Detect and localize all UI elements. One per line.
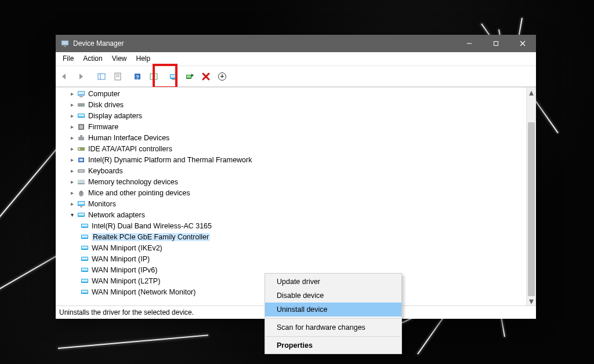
tree-category[interactable]: ▸ Firmware	[59, 121, 527, 132]
maximize-button[interactable]	[483, 35, 509, 52]
disable-device-button[interactable]	[198, 69, 213, 84]
scroll-thumb[interactable]	[528, 122, 535, 296]
uninstall-device-button[interactable]	[215, 69, 230, 84]
network-adapter-icon	[80, 232, 89, 242]
svg-rect-53	[82, 257, 88, 260]
tree-item[interactable]: WAN Miniport (IKEv2)	[59, 242, 527, 253]
svg-rect-47	[82, 224, 88, 227]
svg-rect-32	[78, 148, 80, 150]
chevron-right-icon[interactable]: ▸	[68, 134, 75, 141]
show-hide-tree-button[interactable]	[94, 69, 109, 84]
chevron-right-icon[interactable]: ▸	[68, 156, 75, 163]
chevron-right-icon[interactable]: ▸	[68, 112, 75, 119]
svg-rect-59	[82, 290, 88, 293]
menu-action[interactable]: Action	[78, 53, 107, 64]
help-button[interactable]: ?	[130, 69, 145, 84]
tree-category[interactable]: ▸ Memory technology devices	[59, 176, 527, 187]
menu-view[interactable]: View	[107, 53, 132, 64]
svg-rect-3	[494, 42, 498, 46]
tree-label: Monitors	[88, 200, 116, 208]
svg-rect-16	[172, 79, 175, 80]
chevron-right-icon[interactable]: ▸	[68, 123, 75, 130]
menu-help[interactable]: Help	[132, 53, 155, 64]
menu-file[interactable]: File	[58, 53, 78, 64]
chevron-right-icon[interactable]: ▸	[68, 145, 75, 152]
svg-point-24	[83, 104, 84, 105]
tree-label: Network adapters	[88, 211, 145, 219]
network-adapter-icon	[80, 265, 89, 275]
toolbar: ?	[56, 65, 536, 87]
svg-rect-15	[171, 75, 176, 78]
status-text: Uninstalls the driver for the selected d…	[59, 308, 194, 316]
svg-rect-42	[78, 202, 84, 205]
svg-rect-0	[61, 41, 68, 45]
tree-label: WAN Miniport (IPv6)	[92, 266, 157, 274]
back-button[interactable]	[57, 69, 72, 84]
update-driver-button[interactable]	[166, 69, 181, 84]
network-adapter-icon	[80, 243, 89, 253]
minimize-button[interactable]	[456, 35, 483, 52]
svg-rect-45	[78, 213, 84, 216]
keyboard-icon	[77, 166, 86, 176]
network-adapter-icon	[80, 287, 89, 297]
ctx-properties[interactable]: Properties	[265, 338, 401, 352]
tree-label: Intel(R) Dynamic Platform and Thermal Fr…	[88, 156, 252, 164]
svg-rect-28	[79, 125, 83, 129]
tree-label: Memory technology devices	[88, 178, 178, 186]
tree-label: IDE ATA/ATAPI controllers	[88, 145, 172, 153]
properties-button[interactable]	[110, 69, 125, 84]
tree-item-selected[interactable]: Realtek PCIe GbE Family Controller	[59, 231, 527, 242]
tree-label: Disk drives	[88, 101, 124, 109]
computer-icon	[77, 89, 86, 99]
svg-rect-38	[78, 183, 85, 184]
menu-bar: File Action View Help	[56, 52, 536, 65]
tree-category[interactable]: ▸ Monitors	[59, 198, 527, 209]
ctx-disable-device[interactable]: Disable device	[265, 289, 401, 303]
scroll-down-button[interactable]: ▾	[527, 296, 536, 305]
close-button[interactable]	[509, 35, 536, 52]
mouse-icon	[77, 188, 86, 198]
tree-item[interactable]: WAN Miniport (IP)	[59, 253, 527, 264]
title-bar[interactable]: Device Manager	[56, 35, 536, 52]
svg-rect-30	[80, 135, 82, 137]
svg-rect-57	[82, 279, 88, 282]
chevron-right-icon[interactable]: ▸	[68, 201, 75, 208]
ctx-separator	[266, 318, 401, 319]
tree-category[interactable]: ▸ IDE ATA/ATAPI controllers	[59, 143, 527, 154]
svg-rect-37	[78, 180, 85, 183]
vertical-scrollbar[interactable]: ▴ ▾	[526, 88, 536, 305]
enable-device-button[interactable]	[182, 69, 197, 84]
chevron-down-icon[interactable]: ▾	[68, 212, 75, 219]
tree-item[interactable]: Intel(R) Dual Band Wireless-AC 3165	[59, 220, 527, 231]
ctx-update-driver[interactable]: Update driver	[265, 275, 401, 289]
ctx-separator	[266, 336, 401, 337]
chevron-right-icon[interactable]: ▸	[68, 190, 75, 196]
action-button[interactable]	[146, 69, 161, 84]
chevron-right-icon[interactable]: ▸	[68, 179, 75, 185]
tree-label: WAN Miniport (Network Monitor)	[92, 288, 195, 296]
tree-category[interactable]: ▸ Computer	[59, 88, 527, 99]
tree-category[interactable]: ▸ Disk drives	[59, 99, 527, 110]
tree-category[interactable]: ▸ Human Interface Devices	[59, 132, 527, 143]
tree-label: Display adapters	[88, 112, 142, 120]
svg-text:?: ?	[136, 74, 139, 79]
tree-label: Computer	[88, 90, 120, 98]
chevron-right-icon[interactable]: ▸	[68, 101, 75, 108]
tree-category[interactable]: ▾ Network adapters	[59, 209, 527, 220]
chevron-right-icon[interactable]: ▸	[68, 168, 75, 174]
tree-category[interactable]: ▸ Display adapters	[59, 110, 527, 121]
ctx-scan-hardware[interactable]: Scan for hardware changes	[265, 321, 401, 334]
tree-category[interactable]: ▸ Keyboards	[59, 165, 527, 176]
tree-category[interactable]: ▸ Intel(R) Dynamic Platform and Thermal …	[59, 154, 527, 165]
tree-label: WAN Miniport (IP)	[92, 255, 150, 263]
svg-rect-51	[82, 246, 88, 249]
svg-rect-36	[79, 170, 84, 172]
ctx-uninstall-device[interactable]: Uninstall device	[265, 303, 401, 316]
hid-icon	[77, 133, 86, 143]
forward-button[interactable]	[73, 69, 88, 84]
scroll-up-button[interactable]: ▴	[527, 88, 536, 97]
svg-rect-43	[80, 206, 82, 208]
tree-category[interactable]: ▸ Mice and other pointing devices	[59, 187, 527, 198]
app-icon	[60, 39, 70, 48]
chevron-right-icon[interactable]: ▸	[68, 90, 75, 97]
